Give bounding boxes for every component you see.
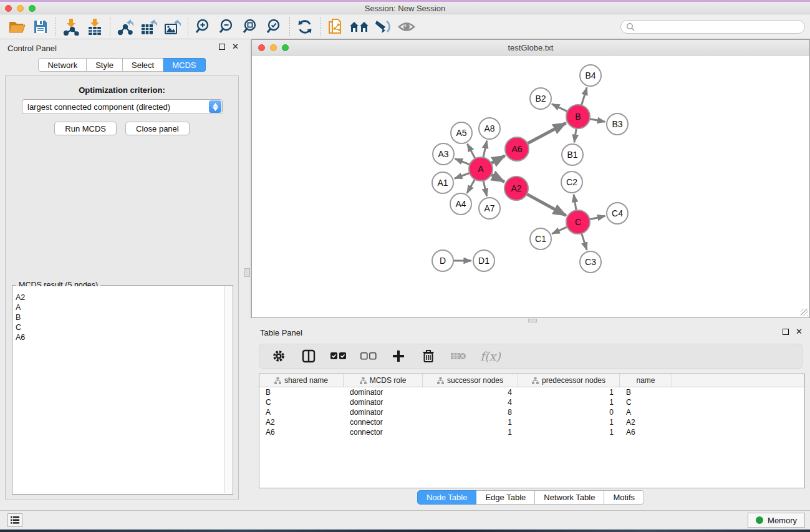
table-settings-button[interactable] bbox=[271, 348, 287, 364]
edge-A-A2[interactable] bbox=[490, 174, 504, 181]
edge-A6-B[interactable] bbox=[526, 123, 566, 144]
edge-A-A1[interactable] bbox=[455, 173, 471, 178]
function-builder-button[interactable]: f(x) bbox=[480, 348, 501, 364]
table-cell[interactable]: A6 bbox=[620, 427, 672, 437]
graph-node-C4[interactable]: C4 bbox=[607, 203, 628, 224]
vertical-splitter[interactable] bbox=[244, 39, 251, 510]
table-cell[interactable]: 1 bbox=[518, 427, 620, 437]
graph-node-B1[interactable]: B1 bbox=[562, 144, 583, 165]
import-table-button[interactable] bbox=[83, 16, 107, 37]
edge-A-A4[interactable] bbox=[467, 178, 476, 193]
result-item[interactable]: A6 bbox=[16, 332, 222, 342]
column-header-name[interactable]: name bbox=[620, 374, 672, 387]
import-network-button[interactable] bbox=[59, 16, 83, 37]
split-columns-button[interactable] bbox=[301, 348, 317, 364]
table-cell[interactable]: connector bbox=[344, 427, 423, 437]
result-item[interactable]: B bbox=[16, 312, 222, 322]
graph-node-A8[interactable]: A8 bbox=[479, 118, 500, 139]
table-cell[interactable]: dominator bbox=[344, 387, 423, 397]
home-view-button[interactable] bbox=[347, 16, 371, 37]
graph-node-C2[interactable]: C2 bbox=[561, 172, 582, 193]
float-panel-icon[interactable] bbox=[219, 44, 225, 50]
table-cell[interactable]: A2 bbox=[620, 417, 672, 427]
table-cell[interactable]: 1 bbox=[518, 397, 620, 407]
zoom-out-button[interactable] bbox=[215, 16, 239, 37]
table-cell[interactable]: 1 bbox=[423, 417, 518, 427]
edge-B-B1[interactable] bbox=[574, 127, 577, 142]
float-table-panel-icon[interactable] bbox=[783, 329, 789, 335]
table-row[interactable]: A2connector11A2 bbox=[259, 417, 804, 427]
zoom-selected-button[interactable] bbox=[263, 16, 286, 37]
table-row[interactable]: A6connector11A6 bbox=[259, 427, 804, 437]
select-all-button[interactable] bbox=[330, 348, 347, 364]
column-header-shared-name[interactable]: shared name bbox=[259, 374, 344, 387]
tab-motifs[interactable]: Motifs bbox=[604, 490, 644, 505]
graph-node-B[interactable]: B bbox=[566, 105, 590, 128]
open-session-button[interactable] bbox=[5, 16, 29, 37]
edge-A-A6[interactable] bbox=[490, 156, 505, 164]
graph-node-A4[interactable]: A4 bbox=[450, 193, 471, 215]
network-window-titlebar[interactable]: testGlobe.txt bbox=[252, 40, 809, 56]
zoom-fit-button[interactable] bbox=[239, 16, 263, 37]
table-cell[interactable]: A bbox=[620, 407, 672, 417]
edge-C-C2[interactable] bbox=[574, 195, 576, 211]
table-cell[interactable]: dominator bbox=[344, 397, 423, 407]
table-cell[interactable]: dominator bbox=[344, 407, 423, 417]
graph-node-C3[interactable]: C3 bbox=[580, 251, 601, 273]
delete-table-button[interactable] bbox=[450, 348, 466, 364]
open-session-file-button[interactable] bbox=[324, 16, 347, 37]
search-box[interactable] bbox=[620, 20, 805, 34]
show-hide-graphics-button[interactable] bbox=[395, 16, 418, 37]
criterion-dropdown[interactable]: largest connected component (directed) bbox=[22, 99, 223, 114]
export-image-button[interactable] bbox=[161, 16, 185, 37]
edge-C-C4[interactable] bbox=[589, 216, 605, 220]
table-cell[interactable]: B bbox=[259, 387, 344, 397]
close-panel-button[interactable]: Close panel bbox=[125, 122, 190, 135]
tab-style[interactable]: Style bbox=[87, 58, 123, 72]
table-cell[interactable]: C bbox=[259, 397, 344, 407]
close-table-panel-icon[interactable]: ✕ bbox=[796, 329, 803, 335]
column-header-MCDS-role[interactable]: MCDS role bbox=[344, 374, 423, 387]
memory-button[interactable]: Memory bbox=[748, 513, 805, 528]
graph-node-A6[interactable]: A6 bbox=[505, 137, 529, 161]
result-item[interactable]: C bbox=[16, 322, 222, 332]
table-row[interactable]: Adominator80A bbox=[259, 407, 804, 417]
edge-A-A5[interactable] bbox=[467, 144, 476, 160]
table-cell[interactable]: A2 bbox=[259, 417, 344, 427]
tab-node-table[interactable]: Node Table bbox=[417, 490, 477, 505]
result-item[interactable]: A2 bbox=[16, 293, 222, 302]
save-session-button[interactable] bbox=[29, 16, 52, 37]
table-row[interactable]: Bdominator41B bbox=[259, 387, 804, 397]
graph-node-A[interactable]: A bbox=[469, 157, 493, 181]
graph-node-A3[interactable]: A3 bbox=[433, 143, 454, 165]
horizontal-splitter[interactable] bbox=[251, 318, 810, 323]
tab-mcds[interactable]: MCDS bbox=[163, 58, 205, 72]
task-history-button[interactable] bbox=[7, 513, 22, 527]
search-input[interactable] bbox=[638, 22, 799, 31]
zoom-in-button[interactable] bbox=[191, 16, 215, 37]
edge-B-B4[interactable] bbox=[581, 87, 587, 107]
deselect-all-button[interactable] bbox=[360, 348, 377, 364]
column-header-successor-nodes[interactable]: successor nodes bbox=[423, 374, 518, 387]
table-cell[interactable]: 1 bbox=[518, 387, 620, 397]
graph-node-A7[interactable]: A7 bbox=[479, 198, 500, 219]
apply-style-button[interactable] bbox=[371, 16, 395, 37]
graph-node-D1[interactable]: D1 bbox=[473, 250, 494, 271]
close-panel-icon[interactable]: ✕ bbox=[232, 44, 239, 50]
tab-network-table[interactable]: Network Table bbox=[535, 490, 604, 505]
mcds-result-list[interactable]: A2ABCA6 bbox=[13, 286, 224, 493]
tab-network[interactable]: Network bbox=[38, 58, 87, 72]
graph-node-C[interactable]: C bbox=[566, 210, 590, 234]
tab-select[interactable]: Select bbox=[123, 58, 163, 72]
column-header-predecessor-nodes[interactable]: predecessor nodes bbox=[518, 374, 620, 387]
table-cell[interactable]: A6 bbox=[259, 427, 344, 437]
table-cell[interactable]: C bbox=[620, 397, 672, 407]
export-table-button[interactable] bbox=[137, 16, 161, 37]
network-canvas[interactable]: AA1A2A3A4A5A6A7A8BB1B2B3B4CC1C2C3C4DD1 bbox=[252, 56, 809, 317]
graph-node-A2[interactable]: A2 bbox=[504, 177, 528, 200]
vertical-splitter-grip[interactable] bbox=[244, 268, 250, 277]
edge-B-B3[interactable] bbox=[589, 118, 605, 122]
graph-node-B3[interactable]: B3 bbox=[607, 114, 628, 135]
table-row[interactable]: Cdominator41C bbox=[259, 397, 804, 407]
graph-node-B2[interactable]: B2 bbox=[530, 88, 551, 109]
